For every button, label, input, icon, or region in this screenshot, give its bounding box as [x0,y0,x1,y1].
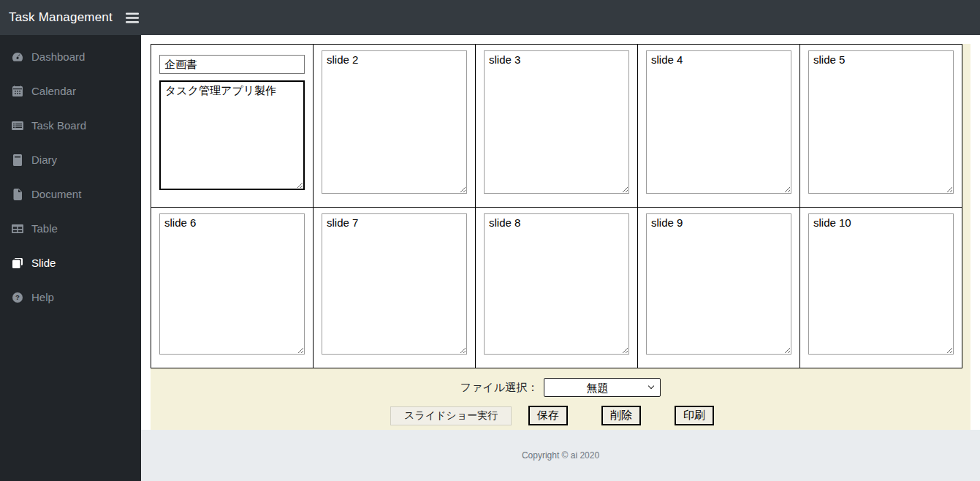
calendar-icon [12,86,23,97]
file-icon [12,189,23,200]
slide-cell-1: タスク管理アプリ製作 [151,45,314,208]
file-select[interactable]: 無題 [544,378,661,397]
slide-cell-3: slide 3 [476,45,638,208]
hamburger-icon [126,12,139,23]
slide3-textarea[interactable]: slide 3 [484,50,629,194]
slide-panel: タスク管理アプリ製作 slide 2 slide 3 slide 4 [151,44,970,430]
slide9-textarea[interactable]: slide 9 [646,213,791,355]
print-button[interactable]: 印刷 [675,406,714,425]
slides-grid: タスク管理アプリ製作 slide 2 slide 3 slide 4 [151,44,962,368]
slide7-textarea[interactable]: slide 7 [322,213,467,355]
sidebar-item-document[interactable]: Document [0,177,141,211]
footer: Copyright © ai 2020 [141,430,980,481]
menu-toggle-button[interactable] [123,10,142,26]
sidebar-item-dashboard[interactable]: Dashboard [0,39,141,74]
question-icon: ? [12,292,23,303]
sidebar-item-calendar[interactable]: Calendar [0,74,141,108]
slides-icon [12,257,23,269]
slide4-textarea[interactable]: slide 4 [646,50,791,194]
app-title: Task Management [9,10,113,25]
board-icon [12,120,23,132]
slide6-textarea[interactable]: slide 6 [159,213,305,355]
tachometer-icon [12,51,23,63]
sidebar-item-label: Slide [31,257,56,269]
table-icon [12,223,23,235]
sidebar-item-label: Dashboard [31,50,85,63]
slide-cell-8: slide 8 [476,208,638,368]
app-window: Task Management Dashboard Calendar [0,0,980,481]
slide-cell-4: slide 4 [638,45,800,208]
slide1-content-textarea[interactable]: タスク管理アプリ製作 [159,80,305,190]
sidebar-item-table[interactable]: Table [0,211,141,246]
sidebar-item-slide[interactable]: Slide [0,246,141,280]
slide-cell-5: slide 5 [800,45,962,208]
file-select-row: ファイル選択： 無題 [151,378,970,397]
slide-cell-2: slide 2 [314,45,476,208]
sidebar-item-task-board[interactable]: Task Board [0,108,141,143]
action-buttons-row: スライドショー実行 保存 削除 印刷 [151,406,970,425]
copyright-text: Copyright © ai 2020 [522,450,599,461]
slideshow-button[interactable]: スライドショー実行 [390,406,512,425]
svg-text:?: ? [15,293,20,301]
slide2-textarea[interactable]: slide 2 [322,50,467,194]
delete-button[interactable]: 削除 [601,406,641,425]
book-icon [12,154,23,166]
sidebar-item-label: Diary [31,154,57,166]
slide-cell-7: slide 7 [314,208,476,368]
sidebar-item-label: Document [31,188,81,200]
slide10-textarea[interactable]: slide 10 [808,213,954,355]
slide-cell-10: slide 10 [800,208,962,368]
slide-cell-6: slide 6 [151,208,314,368]
sidebar: Dashboard Calendar Task Board Diary [0,35,141,481]
sidebar-item-label: Calendar [31,85,76,97]
slide-cell-9: slide 9 [638,208,800,368]
sidebar-item-diary[interactable]: Diary [0,143,141,177]
slide8-textarea[interactable]: slide 8 [484,213,629,355]
sidebar-item-help[interactable]: ? Help [0,280,141,314]
slide5-textarea[interactable]: slide 5 [808,50,954,194]
sidebar-item-label: Table [31,222,58,235]
main-content: タスク管理アプリ製作 slide 2 slide 3 slide 4 [141,35,980,430]
sidebar-item-label: Help [31,291,54,303]
save-button[interactable]: 保存 [528,406,568,425]
slide1-title-input[interactable] [159,55,305,74]
topbar: Task Management [0,0,980,35]
sidebar-item-label: Task Board [31,119,86,132]
file-select-label: ファイル選択： [460,381,538,395]
